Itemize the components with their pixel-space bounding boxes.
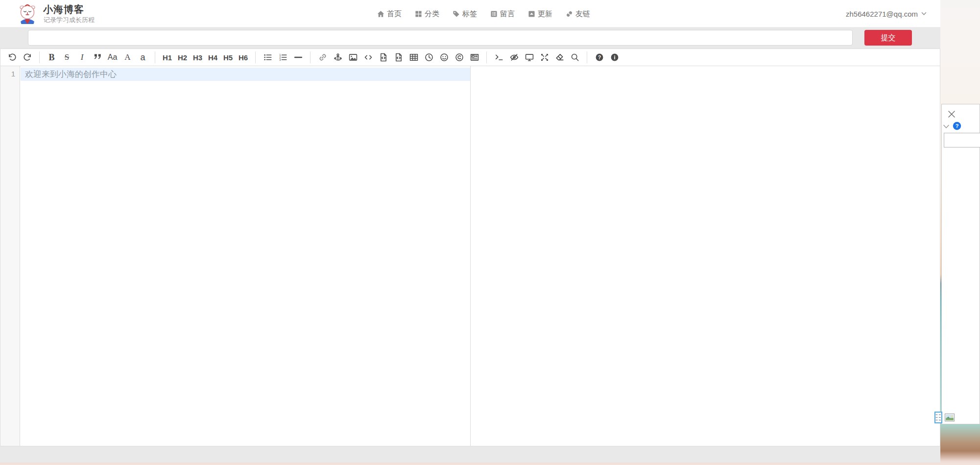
info-icon: i [610,53,619,62]
nav-item-categories[interactable]: 分类 [415,9,439,19]
svg-text:?: ? [598,55,600,60]
toolbar-lowercase-button[interactable]: a [136,50,150,64]
site-subtitle: 记录学习成长历程 [44,16,95,24]
toolbar-quote-button[interactable] [90,50,104,64]
extension-side-panel: ? [941,104,980,424]
nav-item-label: 友链 [575,9,590,19]
chevron-down-icon[interactable] [943,124,950,129]
line-number-gutter: 1 [0,66,20,446]
fullscreen-icon [540,53,549,62]
message-icon [490,10,498,18]
nav-item-label: 留言 [500,9,515,19]
undo-icon [8,53,17,62]
nav-item-updates[interactable]: 更新 [528,9,552,19]
toolbar-datetime-button[interactable] [422,50,436,64]
svg-text:3: 3 [279,58,281,61]
toolbar-italic-button[interactable]: I [75,50,89,64]
article-title-input[interactable] [28,30,853,46]
toolbar-separator [486,51,487,63]
toolbar-watch-button[interactable] [507,50,521,64]
help-icon: ? [595,53,604,62]
editor-placeholder-text: 欢迎来到小海的创作中心 [25,69,117,80]
toolbar-list-ol-button[interactable]: 123 [276,50,290,64]
toolbar-h5-button[interactable]: H5 [221,50,235,64]
blog-app-window: 小海博客 记录学习成长历程 首页分类标签留言更新友链 zh56462271@qq… [0,0,940,463]
toolbar-h6-button[interactable]: H6 [236,50,250,64]
toolbar-undo-button[interactable] [5,50,19,64]
image-thumbnail-icon[interactable] [945,414,955,421]
anchor-icon [334,53,342,62]
file-code-icon [379,53,388,62]
user-account-menu[interactable]: zh56462271@qq.com [846,0,927,27]
side-panel-input[interactable] [944,133,980,147]
line-number: 1 [11,70,15,78]
toolbar-h1-button[interactable]: H1 [160,50,174,64]
chevron-down-icon [921,12,927,16]
svg-text:?: ? [956,123,959,129]
nav-item-messages[interactable]: 留言 [490,9,515,19]
toolbar-separator [155,51,155,63]
toolbar-search-button[interactable] [568,50,582,64]
toolbar-separator [39,51,40,63]
toolbar-table-button[interactable] [406,50,421,64]
toolbar-html-entities-button[interactable] [452,50,466,64]
main-nav: 首页分类标签留言更新友链 [377,0,590,27]
toolbar-preview-button[interactable] [522,50,536,64]
toolbar-code-button[interactable] [361,50,375,64]
toolbar-h3-button[interactable]: H3 [191,50,205,64]
toolbar-image-button[interactable] [346,50,360,64]
quote-icon [93,53,102,62]
home-icon [377,10,384,18]
monitor-icon [525,53,534,62]
code-editing-area[interactable]: 欢迎来到小海的创作中心 [21,66,470,446]
user-email: zh56462271@qq.com [846,10,918,18]
toolbar-emoji-button[interactable] [437,50,451,64]
markdown-editor: BSIAaAaH1H2H3H4H5H6123?i 1 欢迎来到小海的创作中心 [0,49,940,446]
search-icon [571,53,579,62]
site-title: 小海博客 [43,3,84,16]
help-circle-icon[interactable]: ? [953,122,961,130]
nav-item-label: 分类 [425,9,439,19]
nav-item-label: 更新 [538,9,552,19]
emoji-icon [440,53,449,62]
toolbar-redo-button[interactable] [20,50,34,64]
toolbar-info-button[interactable]: i [607,50,621,64]
nav-item-friend-links[interactable]: 友链 [566,9,590,19]
toolbar-link-button[interactable] [315,50,330,64]
nav-item-tags[interactable]: 标签 [453,9,477,19]
toolbar-preformatted-text-button[interactable] [376,50,390,64]
toolbar-h4-button[interactable]: H4 [206,50,220,64]
pagebreak-icon [470,53,479,62]
toolbar-anchor-button[interactable] [331,50,345,64]
link-icon [566,10,573,18]
nav-item-home[interactable]: 首页 [377,9,402,19]
copyright-icon [455,53,464,62]
notes-list-icon[interactable] [934,412,942,423]
compose-row: 提交 [0,27,940,49]
image-icon [349,53,358,62]
close-icon[interactable] [947,109,956,119]
eraser-icon [555,53,564,62]
toolbar-goto-line-button[interactable] [492,50,506,64]
clock-icon [425,53,433,62]
toolbar-separator [255,51,256,63]
site-logo[interactable] [17,3,38,24]
toolbar-bold-button[interactable]: B [45,50,59,64]
code-icon [364,53,373,62]
toolbar-h2-button[interactable]: H2 [175,50,190,64]
toolbar-uppercase-button[interactable]: A [120,50,135,64]
submit-button[interactable]: 提交 [864,30,912,46]
toolbar-fullscreen-button[interactable] [537,50,551,64]
toolbar-ucwords-button[interactable]: Aa [105,50,120,64]
toolbar-hr-button[interactable] [291,50,305,64]
editor-toolbar: BSIAaAaH1H2H3H4H5H6123?i [0,49,940,66]
editor-body: 1 欢迎来到小海的创作中心 [0,66,940,446]
toolbar-list-ul-button[interactable] [261,50,275,64]
active-line[interactable]: 欢迎来到小海的创作中心 [21,68,470,81]
svg-text:i: i [614,54,615,60]
toolbar-strikethrough-button[interactable]: S [60,50,74,64]
toolbar-help-button[interactable]: ? [592,50,606,64]
toolbar-code-block-button[interactable] [391,50,406,64]
toolbar-pagebreak-button[interactable] [467,50,481,64]
toolbar-clear-button[interactable] [552,50,567,64]
